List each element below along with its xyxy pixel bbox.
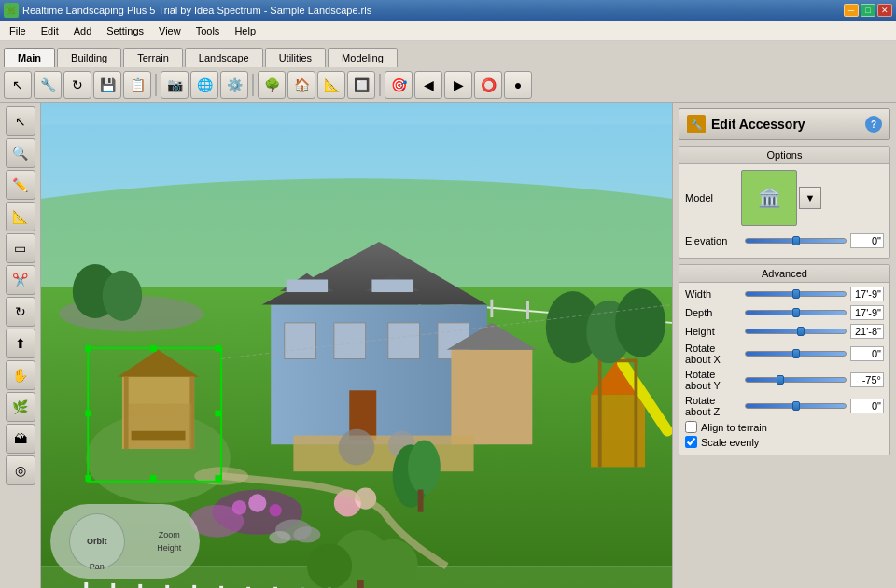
- rotate-x-slider[interactable]: [745, 351, 847, 357]
- tool-save[interactable]: 💾: [93, 71, 121, 99]
- viewport[interactable]: Orbit Pan Zoom Height: [41, 103, 672, 588]
- rotate-z-thumb[interactable]: [792, 401, 800, 411]
- width-thumb[interactable]: [792, 289, 800, 299]
- tab-terrain[interactable]: Terrain: [123, 48, 183, 67]
- tool-camera[interactable]: 📷: [161, 71, 189, 99]
- height-slider[interactable]: [745, 329, 847, 334]
- rotate-x-value: 0": [850, 346, 884, 361]
- svg-rect-25: [451, 350, 532, 444]
- sidebar-cut[interactable]: ✂️: [6, 265, 35, 295]
- window-title: Realtime Landscaping Plus 5 Trial by Ide…: [22, 5, 844, 16]
- tool-dot[interactable]: ●: [504, 71, 532, 99]
- height-value: 21'-8": [850, 324, 884, 339]
- tab-landscape[interactable]: Landscape: [185, 48, 263, 67]
- rotate-x-thumb[interactable]: [792, 349, 800, 358]
- tool-tree[interactable]: 🌳: [258, 71, 286, 99]
- tool-rotate[interactable]: ↻: [63, 71, 91, 99]
- svg-rect-89: [150, 475, 157, 482]
- tool-target[interactable]: 🎯: [385, 71, 413, 99]
- pan-label: Pan: [90, 562, 105, 571]
- rotate-z-slider[interactable]: [745, 403, 847, 409]
- close-button[interactable]: ✕: [877, 4, 892, 17]
- svg-rect-21: [334, 323, 366, 359]
- svg-point-49: [307, 543, 352, 588]
- svg-rect-36: [132, 431, 186, 441]
- svg-point-5: [103, 271, 142, 321]
- rotate-y-thumb[interactable]: [777, 375, 784, 385]
- svg-rect-88: [85, 475, 91, 482]
- tool-settings[interactable]: ⚙️: [220, 71, 248, 99]
- height-thumb[interactable]: [797, 327, 805, 336]
- svg-rect-19: [371, 280, 413, 293]
- panel-icon: 🔧: [687, 115, 706, 133]
- tab-utilities[interactable]: Utilities: [265, 48, 326, 67]
- svg-rect-22: [388, 323, 420, 359]
- scale-evenly-checkbox[interactable]: [685, 436, 697, 448]
- tab-main[interactable]: Main: [4, 48, 55, 67]
- menu-edit[interactable]: Edit: [34, 23, 66, 38]
- width-value: 17'-9": [850, 287, 884, 301]
- svg-point-42: [269, 504, 282, 517]
- help-button[interactable]: ?: [865, 116, 882, 133]
- elevation-slider[interactable]: [745, 238, 847, 244]
- tool-copy[interactable]: 📋: [123, 71, 151, 99]
- svg-rect-84: [150, 345, 157, 352]
- main-area: ↖ 🔍 ✏️ 📐 ▭ ✂️ ↻ ⬆ ✋ 🌿 🏔 ◎: [0, 103, 896, 588]
- minimize-button[interactable]: ─: [844, 4, 859, 17]
- svg-rect-83: [85, 345, 91, 352]
- sidebar-rotate[interactable]: ↻: [6, 297, 35, 327]
- tool-next[interactable]: ▶: [444, 71, 472, 99]
- maximize-button[interactable]: □: [861, 4, 875, 17]
- model-preview[interactable]: 🏛️: [741, 170, 797, 226]
- align-terrain-checkbox[interactable]: [685, 421, 697, 433]
- left-sidebar: ↖ 🔍 ✏️ 📐 ▭ ✂️ ↻ ⬆ ✋ 🌿 🏔 ◎: [0, 103, 41, 588]
- rotate-x-row: Rotate about X 0": [685, 343, 884, 365]
- rotate-z-row: Rotate about Z 0": [685, 395, 884, 417]
- tool-prev[interactable]: ◀: [414, 71, 442, 99]
- menu-view[interactable]: View: [151, 23, 189, 38]
- sidebar-terrain[interactable]: 🏔: [6, 424, 35, 454]
- sidebar-arrow[interactable]: ↖: [6, 106, 35, 136]
- tool-shape[interactable]: 🔲: [347, 71, 375, 99]
- menu-tools[interactable]: Tools: [189, 23, 228, 38]
- menubar: File Edit Add Settings View Tools Help: [0, 21, 896, 41]
- svg-point-40: [232, 500, 246, 514]
- toolbar: ↖ 🔧 ↻ 💾 📋 📷 🌐 ⚙️ 🌳 🏠 📐 🔲 🎯 ◀ ▶ ⭕ ●: [0, 67, 896, 103]
- elevation-thumb[interactable]: [792, 236, 800, 245]
- tool-wrench[interactable]: 🔧: [34, 71, 62, 99]
- tool-globe[interactable]: 🌐: [190, 71, 218, 99]
- svg-rect-47: [418, 490, 424, 512]
- menu-add[interactable]: Add: [66, 23, 100, 38]
- nav-orbit-circle[interactable]: Orbit: [69, 513, 125, 569]
- depth-thumb[interactable]: [792, 308, 800, 317]
- sidebar-extra[interactable]: ◎: [6, 455, 35, 485]
- depth-slider[interactable]: [745, 310, 847, 315]
- svg-point-53: [293, 526, 320, 542]
- tool-house[interactable]: 🏠: [287, 71, 315, 99]
- width-slider[interactable]: [745, 291, 847, 297]
- sidebar-plant[interactable]: 🌿: [6, 392, 35, 422]
- options-label: Options: [679, 147, 889, 164]
- tab-building[interactable]: Building: [57, 48, 121, 67]
- rotate-y-slider[interactable]: [745, 377, 847, 383]
- tabbar: Main Building Terrain Landscape Utilitie…: [0, 41, 896, 67]
- rotate-z-label: Rotate about Z: [685, 395, 741, 417]
- options-content: Model 🏛️ ▼ Elevation 0": [679, 164, 889, 258]
- rotate-y-label: Rotate about Y: [685, 369, 741, 391]
- svg-rect-51: [357, 580, 364, 588]
- menu-help[interactable]: Help: [227, 23, 263, 38]
- sidebar-search[interactable]: 🔍: [6, 138, 35, 168]
- sidebar-up[interactable]: ⬆: [6, 329, 35, 358]
- tool-measure[interactable]: 📐: [317, 71, 345, 99]
- height-row: Height 21'-8": [685, 324, 884, 339]
- tool-select[interactable]: ↖: [4, 71, 32, 99]
- menu-settings[interactable]: Settings: [99, 23, 151, 38]
- sidebar-rect[interactable]: ▭: [6, 233, 35, 263]
- tool-circle[interactable]: ⭕: [474, 71, 502, 99]
- tab-modeling[interactable]: Modeling: [328, 48, 398, 67]
- sidebar-measure[interactable]: 📐: [6, 202, 35, 231]
- model-dropdown[interactable]: ▼: [799, 187, 821, 209]
- sidebar-hand[interactable]: ✋: [6, 360, 35, 390]
- menu-file[interactable]: File: [2, 23, 34, 38]
- sidebar-edit[interactable]: ✏️: [6, 170, 35, 200]
